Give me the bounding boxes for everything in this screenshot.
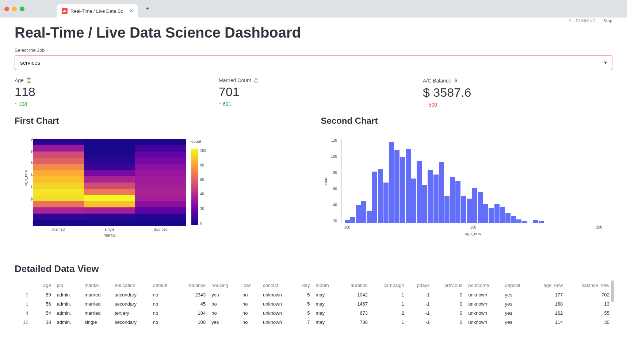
column-header[interactable]: day: [294, 280, 313, 290]
histogram-y-ticks: 12010080604020: [331, 138, 337, 223]
histogram-bar: [444, 196, 450, 223]
table-cell: 162: [531, 309, 566, 318]
column-header[interactable]: campaign: [371, 280, 407, 290]
heat-cell: [33, 214, 84, 220]
heat-cell: [135, 170, 186, 176]
column-header[interactable]: poutcome: [465, 280, 502, 290]
column-header[interactable]: pdays: [407, 280, 433, 290]
column-header[interactable]: education: [112, 280, 150, 290]
heat-cell: [33, 176, 84, 183]
table-cell: 5: [294, 290, 313, 299]
table-cell: single: [81, 318, 112, 327]
table-cell: no: [150, 299, 178, 309]
first-chart-block: First Chart age_new 20018016014012010080…: [15, 116, 306, 249]
stop-button[interactable]: Stop: [603, 19, 612, 23]
table-cell: married: [81, 309, 112, 318]
table-cell: 1: [371, 318, 407, 327]
table-cell: 702: [566, 290, 612, 299]
table-cell: 1042: [339, 290, 371, 299]
second-chart-area[interactable]: count 12010080604020 100150200 age_new: [321, 132, 613, 249]
column-header[interactable]: default: [150, 280, 178, 290]
table-cell: unknown: [260, 318, 294, 327]
histogram-bar: [455, 181, 460, 223]
table-cell: 177: [531, 290, 566, 299]
table-cell: 786: [339, 318, 371, 327]
histogram-bar: [350, 217, 355, 223]
metric-value: $ 3587.6: [423, 85, 612, 100]
column-header[interactable]: contact: [260, 280, 294, 290]
arrow-up-icon: ↑: [15, 101, 17, 107]
browser-tab[interactable]: Real-Time / Live Data Sc ×: [57, 4, 138, 18]
column-header[interactable]: balance: [178, 280, 209, 290]
metric-icon: ＄: [453, 77, 458, 84]
colorbar-title: count: [191, 139, 201, 143]
close-window-button[interactable]: [4, 7, 9, 11]
table-cell: -1: [407, 318, 433, 327]
column-header[interactable]: age_new: [531, 280, 566, 290]
table-cell: admin.: [54, 309, 82, 318]
histogram-bar: [516, 219, 521, 223]
histogram-bar: [406, 149, 411, 223]
second-chart-block: Second Chart count 12010080604020 100150…: [321, 116, 613, 249]
histogram-bars: [341, 139, 605, 223]
heat-cell: [84, 139, 135, 145]
heat-cell: [135, 158, 186, 164]
arrow-up-icon: ↑: [219, 101, 221, 107]
table-cell: -1: [407, 299, 433, 309]
table-cell: 45: [178, 299, 209, 309]
column-header[interactable]: marital: [81, 280, 112, 290]
first-chart-area[interactable]: age_new 2001801601401201008060 count 100…: [15, 132, 306, 249]
heatmap-x-axis-label: marital: [33, 233, 186, 237]
table-row[interactable]: 156admin.marriedsecondaryno45nonounknown…: [15, 299, 612, 309]
job-select[interactable]: ▾: [15, 55, 612, 70]
column-header[interactable]: previous: [433, 280, 466, 290]
column-header[interactable]: deposit: [502, 280, 531, 290]
close-tab-icon[interactable]: ×: [130, 8, 133, 14]
heat-cell: [84, 164, 135, 170]
heat-cell: [84, 189, 135, 195]
metric-label: Married Count 💍: [219, 77, 408, 83]
streamlit-favicon-icon: [62, 8, 68, 14]
column-header[interactable]: [15, 280, 35, 290]
table-row[interactable]: 454admin.marriedtertiaryno184nonounknown…: [15, 309, 612, 318]
histogram-bar: [450, 177, 455, 223]
table-cell: married: [81, 290, 112, 299]
data-table: agejobmaritaleducationdefaultbalancehous…: [15, 280, 612, 327]
table-cell: -1: [407, 309, 433, 318]
column-header[interactable]: balance_new: [566, 280, 612, 290]
table-row[interactable]: 059admin.marriedsecondaryno2343yesnounkn…: [15, 290, 612, 299]
metric-delta: ↑ 691: [219, 101, 408, 107]
table-container[interactable]: agejobmaritaleducationdefaultbalancehous…: [15, 280, 612, 327]
column-header[interactable]: housing: [209, 280, 240, 290]
column-header[interactable]: age: [35, 280, 54, 290]
histogram-bar: [361, 201, 366, 223]
table-cell: yes: [502, 299, 531, 309]
minimize-window-button[interactable]: [12, 7, 17, 11]
column-header[interactable]: month: [313, 280, 339, 290]
job-select-input[interactable]: [20, 60, 604, 66]
column-header[interactable]: loan: [240, 280, 260, 290]
table-cell: unknown: [260, 290, 294, 299]
column-header[interactable]: duration: [339, 280, 371, 290]
table-cell: 0: [433, 318, 466, 327]
heatmap-x-labels: marriedsingledivorced: [33, 227, 186, 231]
table-row[interactable]: 1038admin.singlesecondaryno100yesnounkno…: [15, 318, 612, 327]
histogram-bar: [494, 204, 500, 223]
table-cell: 10: [15, 318, 35, 327]
histogram-bar: [500, 207, 505, 223]
heat-cell: [33, 183, 84, 189]
metric-card: Married Count 💍 701 ↑ 691: [219, 77, 408, 108]
metric-value: 701: [219, 85, 408, 99]
charts-row: First Chart age_new 20018016014012010080…: [15, 116, 612, 249]
heat-cell: [33, 152, 84, 158]
table-cell: admin.: [54, 290, 82, 299]
histogram-bar: [394, 150, 399, 223]
maximize-window-button[interactable]: [20, 7, 24, 11]
vertical-scrollbar-thumb[interactable]: [611, 280, 614, 302]
column-header[interactable]: job: [54, 280, 82, 290]
new-tab-button[interactable]: +: [145, 5, 149, 13]
histogram-bar: [367, 211, 372, 223]
heat-cell: [33, 145, 84, 152]
histogram-x-label: age_new: [341, 231, 605, 236]
histogram-bar: [356, 205, 361, 223]
